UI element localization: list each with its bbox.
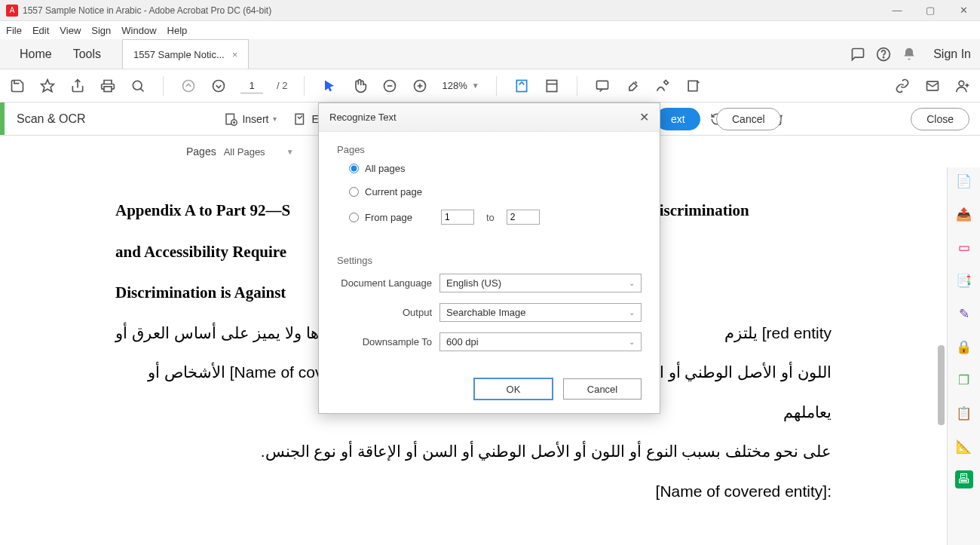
radio-from-page-input[interactable]: [349, 213, 359, 222]
recognize-text-button[interactable]: ext: [656, 108, 700, 130]
scan-ocr-rail-icon[interactable]: 🖶: [955, 470, 973, 488]
measure-icon[interactable]: 📐: [955, 437, 973, 455]
link-icon[interactable]: [894, 78, 911, 94]
fill-sign-icon[interactable]: ✎: [955, 305, 973, 323]
zoom-in-icon[interactable]: [412, 78, 428, 94]
svg-rect-4: [104, 86, 112, 91]
organize-icon[interactable]: 📑: [955, 271, 973, 289]
window-title: 1557 Sample Notice in Arabic - Adobe Acr…: [23, 5, 887, 16]
tools-rail: 📄 📤 ▭ 📑 ✎ 🔒 ❐ 📋 📐 🖶: [947, 167, 980, 545]
mail-icon[interactable]: [924, 78, 941, 94]
dialog-close-icon[interactable]: ✕: [639, 110, 649, 124]
insert-label: Insert: [242, 113, 268, 125]
svg-point-20: [959, 81, 964, 86]
doc-arabic-line-4: :[Name of covered entity]: [115, 472, 831, 512]
zoom-dropdown[interactable]: 128% ▼: [442, 80, 479, 91]
save-icon[interactable]: [9, 78, 26, 94]
dialog-title: Recognize Text: [329, 112, 639, 123]
pages-section-label: Pages: [337, 144, 642, 155]
menu-view[interactable]: View: [60, 25, 81, 36]
to-label: to: [486, 212, 495, 223]
stamp-icon[interactable]: 📋: [955, 404, 973, 422]
menu-file[interactable]: File: [6, 25, 22, 36]
doc-language-label: Document Language: [337, 277, 432, 289]
radio-all-pages-input[interactable]: [349, 164, 359, 173]
svg-line-6: [140, 88, 143, 91]
help-icon[interactable]: [876, 47, 902, 62]
sign-in-link[interactable]: Sign In: [933, 47, 971, 61]
protect-icon[interactable]: 🔒: [955, 338, 973, 356]
pages-label: Pages: [186, 145, 216, 158]
hand-tool-icon[interactable]: [351, 78, 368, 94]
insert-menu[interactable]: Insert ▾: [224, 112, 277, 126]
downsample-label: Downsample To: [337, 336, 432, 348]
radio-current-page-input[interactable]: [349, 187, 359, 197]
svg-rect-15: [547, 80, 556, 91]
svg-point-7: [183, 80, 194, 91]
fit-page-icon[interactable]: [544, 78, 560, 94]
edit-pdf-icon[interactable]: ▭: [955, 238, 973, 256]
menu-help[interactable]: Help: [167, 25, 188, 36]
print-icon[interactable]: [100, 78, 116, 94]
star-icon[interactable]: [39, 78, 56, 94]
maximize-button[interactable]: ▢: [920, 5, 941, 16]
downsample-select[interactable]: 600 dpi ⌄: [439, 332, 642, 351]
bell-icon[interactable]: [902, 47, 927, 62]
tab-tools[interactable]: Tools: [63, 39, 112, 69]
radio-current-page-label: Current page: [365, 186, 422, 197]
from-page-input[interactable]: [441, 210, 474, 225]
create-pdf-icon[interactable]: 📄: [955, 172, 973, 190]
to-page-input[interactable]: [507, 210, 540, 225]
tab-home[interactable]: Home: [9, 39, 63, 69]
export-pdf-icon[interactable]: 📤: [955, 205, 973, 223]
chevron-down-icon: ▼: [472, 81, 479, 90]
share-icon[interactable]: [69, 78, 86, 94]
menu-window[interactable]: Window: [121, 25, 156, 36]
radio-all-pages[interactable]: All pages: [349, 163, 642, 174]
recognize-cancel-button[interactable]: Cancel: [716, 108, 781, 130]
svg-point-1: [884, 57, 884, 57]
doc-language-select[interactable]: English (US) ⌄: [439, 274, 642, 292]
chevron-down-icon: ▼: [286, 148, 294, 156]
page-down-icon[interactable]: [210, 78, 227, 94]
radio-from-page[interactable]: From page to: [349, 210, 642, 225]
main-toolbar: 1 / 2 128% ▼: [0, 69, 980, 103]
close-tool-button[interactable]: Close: [911, 108, 969, 130]
fit-width-icon[interactable]: [513, 78, 530, 94]
document-tab-close-icon[interactable]: ×: [232, 49, 238, 60]
output-select[interactable]: Searchable Image ⌄: [439, 303, 642, 322]
radio-current-page[interactable]: Current page: [349, 186, 642, 197]
zoom-value: 128%: [442, 80, 467, 91]
radio-from-page-label: From page: [365, 212, 412, 223]
menu-bar: File Edit View Sign Window Help: [0, 21, 980, 39]
zoom-out-icon[interactable]: [381, 78, 398, 94]
document-tab[interactable]: 1557 Sample Notic... ×: [122, 39, 249, 69]
menu-sign[interactable]: Sign: [91, 25, 111, 36]
erase-icon[interactable]: [684, 78, 701, 94]
chevron-down-icon: ⌄: [629, 338, 635, 346]
svg-rect-17: [596, 81, 608, 89]
chat-icon[interactable]: [850, 47, 876, 62]
select-tool-icon[interactable]: [321, 78, 338, 94]
highlight-icon[interactable]: [624, 78, 641, 94]
comment-icon[interactable]: [594, 78, 611, 94]
menu-edit[interactable]: Edit: [32, 25, 49, 36]
ok-button[interactable]: OK: [474, 378, 553, 400]
add-person-icon[interactable]: [954, 78, 971, 94]
minimize-button[interactable]: —: [887, 5, 908, 16]
close-window-button[interactable]: ✕: [953, 5, 974, 16]
draw-icon[interactable]: [654, 78, 671, 94]
page-number-input[interactable]: 1: [240, 78, 263, 93]
page-up-icon[interactable]: [180, 78, 197, 94]
svg-rect-18: [688, 81, 697, 90]
pages-dropdown-value: All Pages: [224, 146, 265, 158]
find-icon[interactable]: [130, 78, 146, 94]
cancel-button[interactable]: Cancel: [563, 378, 642, 400]
settings-section-label: Settings: [337, 255, 642, 266]
combine-icon[interactable]: ❐: [955, 371, 973, 389]
pages-dropdown[interactable]: All Pages ▼: [224, 146, 294, 158]
chevron-down-icon: ⌄: [629, 279, 635, 287]
downsample-value: 600 dpi: [446, 336, 479, 348]
scan-ocr-label: Scan & OCR: [5, 112, 98, 126]
scrollbar-thumb[interactable]: [938, 345, 945, 425]
